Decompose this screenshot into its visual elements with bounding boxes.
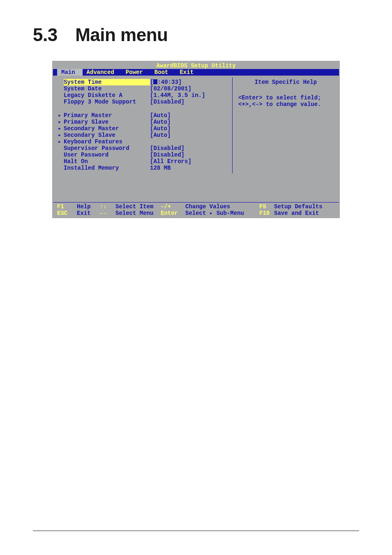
row-blank — [58, 106, 229, 112]
key-save-and-exit: Save and Exit — [274, 210, 335, 216]
tab-power[interactable]: Power — [122, 69, 150, 76]
tab-boot[interactable]: Boot — [150, 69, 176, 76]
row-secondary-master[interactable]: ▸Secondary Master[Auto] — [58, 125, 229, 132]
tab-main[interactable]: Main — [57, 69, 83, 76]
key-select-submenu: Select ▸ Sub-Menu — [185, 210, 259, 216]
key-f5: F5 — [259, 203, 274, 210]
row-system-date[interactable]: System Date[02/08/2001] — [58, 85, 229, 92]
row-primary-slave[interactable]: ▸Primary Slave[Auto] — [58, 119, 229, 125]
key-setup-defaults: Setup Defaults — [274, 203, 335, 210]
key-help: Help — [77, 203, 100, 210]
tab-advanced[interactable]: Advanced — [83, 69, 122, 76]
bios-title: AwardBIOS Setup Utility — [53, 62, 339, 69]
key-change-values: Change Values — [185, 203, 259, 210]
key-select-item: Select Item — [115, 203, 161, 210]
tab-exit[interactable]: Exit — [175, 69, 201, 76]
row-system-time[interactable]: System Time[:40:33] — [58, 79, 229, 85]
key-f1: F1 — [57, 203, 77, 210]
key-select-menu: Select Menu — [115, 210, 161, 216]
key-plusminus: -/+ — [161, 203, 185, 210]
footer-rule — [33, 530, 359, 531]
key-updown: ↑↓ — [100, 203, 115, 210]
row-supervisor-password[interactable]: Supervisor Password[Disabled] — [58, 145, 229, 152]
row-legacy-diskette-a[interactable]: Legacy Diskette A[1.44M, 3.5 in.] — [58, 92, 229, 99]
row-user-password[interactable]: User Password[Disabled] — [58, 152, 229, 158]
row-secondary-slave[interactable]: ▸Secondary Slave[Auto] — [58, 132, 229, 138]
key-esc: ESC — [57, 210, 77, 216]
row-halt-on[interactable]: Halt On[All Errors] — [58, 158, 229, 165]
key-enter: Enter — [161, 210, 185, 216]
row-keyboard-features[interactable]: ▸Keyboard Features — [58, 138, 229, 145]
row-primary-master[interactable]: ▸Primary Master[Auto] — [58, 112, 229, 119]
help-body: <Enter> to select field; <+>,<-> to chan… — [238, 94, 333, 108]
bios-screenshot: AwardBIOS Setup Utility Main Advanced Po… — [52, 61, 340, 218]
key-leftright: ←→ — [100, 210, 115, 216]
help-pane: Item Specific Help <Enter> to select fie… — [233, 77, 337, 173]
settings-pane: System Time[:40:33] System Date[02/08/20… — [55, 77, 233, 173]
bios-body: System Time[:40:33] System Date[02/08/20… — [53, 76, 339, 202]
key-legend: F1 Help ↑↓ Select Item -/+ Change Values… — [53, 202, 339, 218]
row-installed-memory: Installed Memory128 MB — [58, 165, 229, 171]
cursor — [153, 79, 157, 84]
menu-bar: Main Advanced Power Boot Exit — [53, 69, 339, 76]
section-heading: 5.3 Main menu — [33, 25, 359, 45]
key-exit: Exit — [77, 210, 100, 216]
key-f10: F10 — [259, 210, 274, 216]
row-floppy-3-mode[interactable]: Floppy 3 Mode Support[Disabled] — [58, 99, 229, 105]
help-title: Item Specific Help — [238, 79, 333, 85]
